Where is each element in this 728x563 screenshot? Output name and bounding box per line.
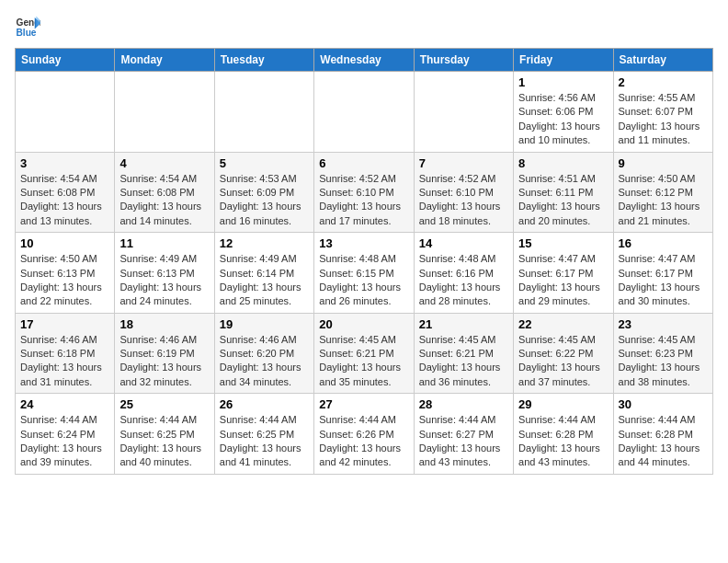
day-number: 28 xyxy=(419,397,508,411)
calendar-cell: 5Sunrise: 4:53 AM Sunset: 6:09 PM Daylig… xyxy=(214,152,313,233)
day-info: Sunrise: 4:56 AM Sunset: 6:06 PM Dayligh… xyxy=(518,91,608,148)
day-number: 3 xyxy=(20,156,109,170)
calendar-week-2: 3Sunrise: 4:54 AM Sunset: 6:08 PM Daylig… xyxy=(16,152,713,233)
calendar-cell: 23Sunrise: 4:45 AM Sunset: 6:23 PM Dayli… xyxy=(613,313,712,394)
calendar-cell: 27Sunrise: 4:44 AM Sunset: 6:26 PM Dayli… xyxy=(314,394,414,475)
logo-icon: General Blue xyxy=(15,15,40,40)
svg-text:Blue: Blue xyxy=(17,28,37,38)
day-info: Sunrise: 4:48 AM Sunset: 6:15 PM Dayligh… xyxy=(319,252,408,309)
col-header-monday: Monday xyxy=(115,49,214,72)
calendar-header-row: SundayMondayTuesdayWednesdayThursdayFrid… xyxy=(16,49,713,72)
day-number: 9 xyxy=(619,156,708,170)
calendar-cell: 11Sunrise: 4:49 AM Sunset: 6:13 PM Dayli… xyxy=(115,233,214,314)
calendar-cell: 28Sunrise: 4:44 AM Sunset: 6:27 PM Dayli… xyxy=(414,394,513,475)
calendar-week-1: 1Sunrise: 4:56 AM Sunset: 6:06 PM Daylig… xyxy=(16,72,713,153)
day-info: Sunrise: 4:46 AM Sunset: 6:20 PM Dayligh… xyxy=(220,333,309,390)
calendar-cell: 20Sunrise: 4:45 AM Sunset: 6:21 PM Dayli… xyxy=(314,313,414,394)
day-info: Sunrise: 4:45 AM Sunset: 6:21 PM Dayligh… xyxy=(319,333,408,390)
calendar-cell: 3Sunrise: 4:54 AM Sunset: 6:08 PM Daylig… xyxy=(16,152,115,233)
day-number: 20 xyxy=(319,317,408,331)
day-number: 14 xyxy=(419,236,508,250)
day-info: Sunrise: 4:44 AM Sunset: 6:25 PM Dayligh… xyxy=(220,413,309,470)
day-number: 17 xyxy=(20,317,109,331)
day-info: Sunrise: 4:54 AM Sunset: 6:08 PM Dayligh… xyxy=(20,172,109,229)
col-header-tuesday: Tuesday xyxy=(214,49,313,72)
day-info: Sunrise: 4:49 AM Sunset: 6:14 PM Dayligh… xyxy=(220,252,309,309)
day-number: 2 xyxy=(619,75,708,89)
day-info: Sunrise: 4:49 AM Sunset: 6:13 PM Dayligh… xyxy=(119,252,209,309)
day-number: 22 xyxy=(518,317,608,331)
calendar-cell: 19Sunrise: 4:46 AM Sunset: 6:20 PM Dayli… xyxy=(214,313,313,394)
page-header: General Blue xyxy=(15,15,713,40)
day-info: Sunrise: 4:44 AM Sunset: 6:26 PM Dayligh… xyxy=(319,413,408,470)
col-header-thursday: Thursday xyxy=(414,49,513,72)
calendar-cell: 4Sunrise: 4:54 AM Sunset: 6:08 PM Daylig… xyxy=(115,152,214,233)
calendar-week-5: 24Sunrise: 4:44 AM Sunset: 6:24 PM Dayli… xyxy=(16,394,713,475)
calendar-cell: 9Sunrise: 4:50 AM Sunset: 6:12 PM Daylig… xyxy=(613,152,712,233)
day-info: Sunrise: 4:54 AM Sunset: 6:08 PM Dayligh… xyxy=(119,172,209,229)
day-number: 15 xyxy=(518,236,608,250)
day-info: Sunrise: 4:46 AM Sunset: 6:18 PM Dayligh… xyxy=(20,333,109,390)
calendar-cell: 24Sunrise: 4:44 AM Sunset: 6:24 PM Dayli… xyxy=(16,394,115,475)
day-info: Sunrise: 4:50 AM Sunset: 6:12 PM Dayligh… xyxy=(619,172,708,229)
calendar-cell: 16Sunrise: 4:47 AM Sunset: 6:17 PM Dayli… xyxy=(613,233,712,314)
day-info: Sunrise: 4:46 AM Sunset: 6:19 PM Dayligh… xyxy=(119,333,209,390)
day-info: Sunrise: 4:45 AM Sunset: 6:23 PM Dayligh… xyxy=(619,333,708,390)
calendar-cell: 17Sunrise: 4:46 AM Sunset: 6:18 PM Dayli… xyxy=(16,313,115,394)
calendar-cell: 25Sunrise: 4:44 AM Sunset: 6:25 PM Dayli… xyxy=(115,394,214,475)
day-info: Sunrise: 4:51 AM Sunset: 6:11 PM Dayligh… xyxy=(518,172,608,229)
calendar-cell: 21Sunrise: 4:45 AM Sunset: 6:21 PM Dayli… xyxy=(414,313,513,394)
day-info: Sunrise: 4:44 AM Sunset: 6:27 PM Dayligh… xyxy=(419,413,508,470)
day-number: 1 xyxy=(518,75,608,89)
col-header-friday: Friday xyxy=(514,49,613,72)
day-number: 18 xyxy=(119,317,209,331)
calendar-week-3: 10Sunrise: 4:50 AM Sunset: 6:13 PM Dayli… xyxy=(16,233,713,314)
day-info: Sunrise: 4:44 AM Sunset: 6:28 PM Dayligh… xyxy=(619,413,708,470)
day-number: 11 xyxy=(119,236,209,250)
day-info: Sunrise: 4:45 AM Sunset: 6:21 PM Dayligh… xyxy=(419,333,508,390)
calendar-table: SundayMondayTuesdayWednesdayThursdayFrid… xyxy=(15,48,713,475)
col-header-saturday: Saturday xyxy=(613,49,712,72)
day-info: Sunrise: 4:45 AM Sunset: 6:22 PM Dayligh… xyxy=(518,333,608,390)
col-header-wednesday: Wednesday xyxy=(314,49,414,72)
calendar-cell xyxy=(314,72,414,153)
calendar-cell: 30Sunrise: 4:44 AM Sunset: 6:28 PM Dayli… xyxy=(613,394,712,475)
calendar-cell: 26Sunrise: 4:44 AM Sunset: 6:25 PM Dayli… xyxy=(214,394,313,475)
day-number: 23 xyxy=(619,317,708,331)
day-number: 6 xyxy=(319,156,408,170)
day-number: 30 xyxy=(619,397,708,411)
day-info: Sunrise: 4:55 AM Sunset: 6:07 PM Dayligh… xyxy=(619,91,708,148)
calendar-cell: 13Sunrise: 4:48 AM Sunset: 6:15 PM Dayli… xyxy=(314,233,414,314)
calendar-cell: 29Sunrise: 4:44 AM Sunset: 6:28 PM Dayli… xyxy=(514,394,613,475)
day-info: Sunrise: 4:47 AM Sunset: 6:17 PM Dayligh… xyxy=(518,252,608,309)
calendar-cell: 14Sunrise: 4:48 AM Sunset: 6:16 PM Dayli… xyxy=(414,233,513,314)
calendar-cell xyxy=(115,72,214,153)
day-number: 5 xyxy=(220,156,309,170)
calendar-cell xyxy=(414,72,513,153)
day-number: 13 xyxy=(319,236,408,250)
calendar-cell: 10Sunrise: 4:50 AM Sunset: 6:13 PM Dayli… xyxy=(16,233,115,314)
calendar-cell: 22Sunrise: 4:45 AM Sunset: 6:22 PM Dayli… xyxy=(514,313,613,394)
day-number: 19 xyxy=(220,317,309,331)
day-info: Sunrise: 4:48 AM Sunset: 6:16 PM Dayligh… xyxy=(419,252,508,309)
day-info: Sunrise: 4:52 AM Sunset: 6:10 PM Dayligh… xyxy=(319,172,408,229)
calendar-cell: 6Sunrise: 4:52 AM Sunset: 6:10 PM Daylig… xyxy=(314,152,414,233)
day-number: 8 xyxy=(518,156,608,170)
day-info: Sunrise: 4:47 AM Sunset: 6:17 PM Dayligh… xyxy=(619,252,708,309)
day-number: 29 xyxy=(518,397,608,411)
day-number: 25 xyxy=(119,397,209,411)
logo: General Blue xyxy=(15,15,44,40)
calendar-cell: 7Sunrise: 4:52 AM Sunset: 6:10 PM Daylig… xyxy=(414,152,513,233)
day-number: 10 xyxy=(20,236,109,250)
day-number: 12 xyxy=(220,236,309,250)
day-info: Sunrise: 4:44 AM Sunset: 6:28 PM Dayligh… xyxy=(518,413,608,470)
day-info: Sunrise: 4:44 AM Sunset: 6:24 PM Dayligh… xyxy=(20,413,109,470)
calendar-cell: 12Sunrise: 4:49 AM Sunset: 6:14 PM Dayli… xyxy=(214,233,313,314)
calendar-cell: 1Sunrise: 4:56 AM Sunset: 6:06 PM Daylig… xyxy=(514,72,613,153)
calendar-cell: 8Sunrise: 4:51 AM Sunset: 6:11 PM Daylig… xyxy=(514,152,613,233)
day-info: Sunrise: 4:44 AM Sunset: 6:25 PM Dayligh… xyxy=(119,413,209,470)
calendar-cell: 18Sunrise: 4:46 AM Sunset: 6:19 PM Dayli… xyxy=(115,313,214,394)
day-info: Sunrise: 4:53 AM Sunset: 6:09 PM Dayligh… xyxy=(220,172,309,229)
day-number: 27 xyxy=(319,397,408,411)
calendar-cell: 2Sunrise: 4:55 AM Sunset: 6:07 PM Daylig… xyxy=(613,72,712,153)
